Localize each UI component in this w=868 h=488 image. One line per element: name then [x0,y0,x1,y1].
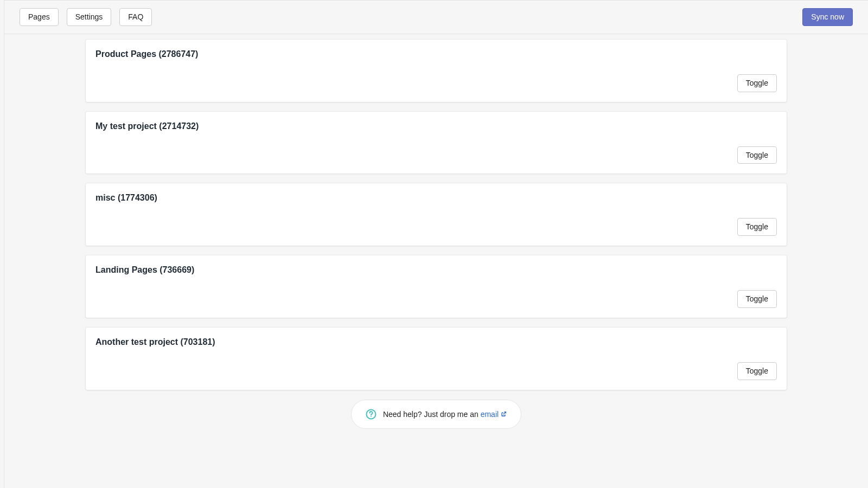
help-text: Need help? Just drop me an email [383,410,507,419]
settings-button[interactable]: Settings [67,8,112,26]
svg-point-1 [371,416,372,417]
toggle-button[interactable]: Toggle [737,218,777,236]
external-link-icon [501,411,507,417]
content-area: Product Pages (2786747) Toggle My test p… [4,34,868,445]
question-circle-icon [366,409,376,420]
help-text-prefix: Need help? Just drop me an [383,410,481,419]
toggle-button[interactable]: Toggle [737,74,777,92]
sync-now-button[interactable]: Sync now [802,8,853,26]
toggle-button[interactable]: Toggle [737,290,777,308]
project-card: Product Pages (2786747) Toggle [86,40,787,102]
email-link[interactable]: email [481,410,507,419]
faq-button[interactable]: FAQ [119,8,152,26]
nav-group: Pages Settings FAQ [20,8,152,26]
project-card: Landing Pages (736669) Toggle [86,255,787,318]
project-title: misc (1774306) [95,193,777,203]
toggle-button[interactable]: Toggle [737,146,777,164]
toggle-button[interactable]: Toggle [737,362,777,380]
project-title: Another test project (703181) [95,337,777,347]
pages-button[interactable]: Pages [20,8,59,26]
help-pill: Need help? Just drop me an email [351,400,521,429]
top-bar: Pages Settings FAQ Sync now [4,1,868,34]
project-card: misc (1774306) Toggle [86,183,787,246]
project-card: My test project (2714732) Toggle [86,112,787,174]
project-title: My test project (2714732) [95,121,777,131]
project-title: Landing Pages (736669) [95,265,777,275]
email-link-label: email [481,410,499,419]
project-title: Product Pages (2786747) [95,49,777,59]
project-card: Another test project (703181) Toggle [86,328,787,390]
